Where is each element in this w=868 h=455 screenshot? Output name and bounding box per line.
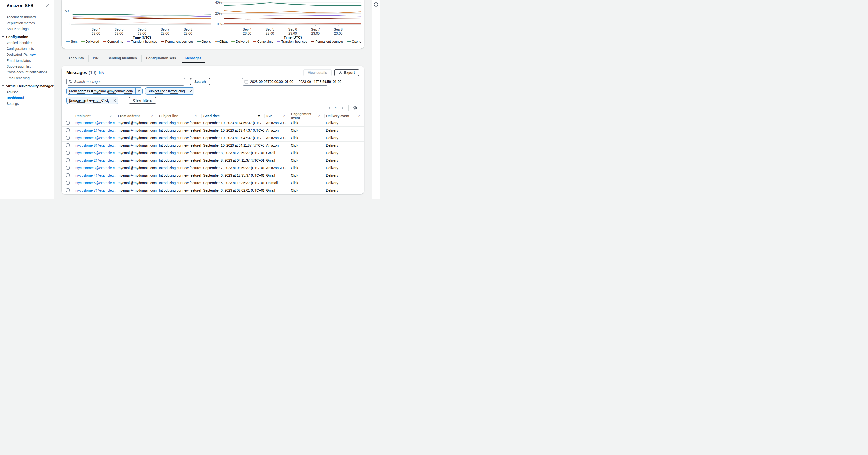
sidebar-item-email-receiving[interactable]: Email receiving [0, 75, 54, 81]
column-header-subject-line[interactable]: Subject line▽ [157, 113, 202, 119]
sidebar-item-settings[interactable]: Settings [0, 101, 54, 107]
recipient-link[interactable]: mycustomer5@example.c... [73, 179, 116, 187]
current-page[interactable]: 1 [333, 106, 339, 110]
row-radio-button[interactable] [66, 181, 70, 185]
row-radio-button[interactable] [66, 188, 70, 192]
legend-item-sent[interactable]: Sent [217, 40, 228, 43]
sidebar-item-advisor[interactable]: Advisor [0, 89, 54, 95]
filter-triangle-icon[interactable]: ▽ [195, 114, 197, 117]
tab-sending-identities[interactable]: Sending identities [103, 54, 142, 63]
row-radio-button[interactable] [66, 121, 70, 125]
sidebar-item-account-dashboard[interactable]: Account dashboard [0, 14, 54, 20]
search-input[interactable] [66, 78, 185, 86]
next-page-button[interactable] [339, 105, 345, 111]
recipient-link[interactable]: mycustomer6@example.c... [73, 149, 116, 156]
legend-item-permanent-bounces[interactable]: Permanent bounces [311, 40, 343, 43]
sidebar-item-dashboard[interactable]: Dashboard [0, 95, 54, 101]
sidebar-item-verified-identities[interactable]: Verified identities [0, 40, 54, 46]
tab-isp[interactable]: ISP [88, 54, 103, 63]
sidebar-item-cross-account-notifications[interactable]: Cross-account notifications [0, 69, 54, 75]
filter-triangle-icon[interactable]: ▽ [110, 114, 112, 117]
row-radio-button[interactable] [66, 136, 70, 140]
panel-title: Amazon SES [6, 3, 33, 8]
filter-triangle-icon[interactable]: ▽ [283, 114, 285, 117]
filter-chip-subject-line: Subject line : Introducing [145, 88, 194, 95]
row-radio-button[interactable] [66, 143, 70, 147]
help-panel-strip [372, 0, 380, 199]
legend-label: Sent [71, 40, 78, 43]
column-header-isp[interactable]: ISP▽ [265, 113, 289, 119]
row-radio-button[interactable] [66, 166, 70, 170]
series-line-clicks [224, 11, 361, 13]
sidebar-item-smtp-settings[interactable]: SMTP settings [0, 26, 54, 32]
sidebar-item-email-templates[interactable]: Email templates [0, 58, 54, 63]
recipient-link[interactable]: mycustomer3@example.c... [73, 164, 116, 172]
filter-triangle-icon[interactable]: ▽ [358, 114, 360, 117]
info-link[interactable]: Info [99, 71, 104, 74]
sidebar-section-virtual-deliverability-manager[interactable]: ▼Virtual Deliverability Manager [0, 84, 54, 88]
tab-accounts[interactable]: Accounts [64, 54, 88, 63]
date-range-value: 2023-09-05T00:00:00+01:00 — 2023-09-11T2… [250, 80, 341, 84]
send-date-cell: September 6, 2023 at 18:35:37 (UTC+01:00… [202, 179, 265, 187]
legend-swatch [103, 41, 106, 42]
legend-item-sent[interactable]: Sent [66, 40, 78, 43]
tab-messages[interactable]: Messages [181, 54, 206, 63]
sidebar-item-label: Verified identities [6, 41, 32, 45]
legend-item-permanent-bounces[interactable]: Permanent bounces [161, 40, 193, 43]
legend-swatch [161, 41, 164, 42]
column-label: ISP [267, 114, 272, 118]
sidebar-item-configuration-sets[interactable]: Configuration sets [0, 46, 54, 52]
recipient-link[interactable]: mycustomer1@example.c... [73, 126, 116, 134]
date-range-picker[interactable]: 2023-09-05T00:00:00+01:00 — 2023-09-11T2… [242, 78, 329, 86]
remove-filter-icon[interactable] [187, 88, 194, 94]
table-row: mycustomer2@example.c...myemail@mydomain… [62, 156, 364, 164]
legend-item-complaints[interactable]: Complaints [103, 40, 123, 43]
column-header-delivery-event[interactable]: Delivery event▽ [324, 113, 364, 119]
row-radio-button[interactable] [66, 151, 70, 155]
sidebar-section-configuration[interactable]: ▼Configuration [0, 35, 54, 39]
row-radio-button[interactable] [66, 128, 70, 132]
info-icon[interactable] [374, 2, 378, 7]
remove-filter-icon[interactable] [111, 97, 118, 104]
search-button[interactable]: Search [190, 78, 211, 85]
tab-configuration-sets[interactable]: Configuration sets [142, 54, 181, 63]
recipient-link[interactable]: mycustomer8@example.c... [73, 142, 116, 149]
column-label: Engagement event [291, 112, 318, 120]
previous-page-button[interactable] [327, 105, 333, 111]
row-radio-button[interactable] [66, 173, 70, 177]
legend-item-transient-bounces[interactable]: Transient bounces [277, 40, 307, 43]
legend-item-delivered[interactable]: Delivered [81, 40, 99, 43]
row-radio-button[interactable] [66, 158, 70, 162]
series-line-transient-bounces [73, 16, 211, 17]
recipient-link[interactable]: mycustomer9@example.c... [73, 119, 116, 126]
recipient-link[interactable]: mycustomer4@example.c... [73, 172, 116, 179]
close-icon[interactable] [45, 3, 50, 8]
column-header-from-address[interactable]: From address▽ [116, 113, 157, 119]
column-header-send-date[interactable]: Send date▼ [202, 113, 265, 119]
sidebar-item-suppression-list[interactable]: Suppression list [0, 63, 54, 69]
legend-item-transient-bounces[interactable]: Transient bounces [127, 40, 157, 43]
filter-triangle-icon[interactable]: ▽ [151, 114, 153, 117]
legend-label: Sent [221, 40, 228, 43]
remove-filter-icon[interactable] [135, 88, 143, 94]
legend-item-complaints[interactable]: Complaints [253, 40, 273, 43]
legend-item-delivered[interactable]: Delivered [231, 40, 249, 43]
column-header-recipient[interactable]: Recipient▽ [73, 113, 116, 119]
export-button[interactable]: Export [334, 69, 360, 76]
filter-triangle-icon[interactable]: ▽ [318, 114, 320, 117]
legend-item-opens[interactable]: Opens [347, 40, 361, 43]
sidebar-item-dedicated-ips[interactable]: Dedicated IPsNew [0, 52, 54, 58]
recipient-link[interactable]: mycustomer7@example.c... [73, 187, 116, 194]
sidebar-item-reputation-metrics[interactable]: Reputation metrics [0, 20, 54, 26]
filter-chips-row-1: From address = myemail@mydomain.comSubje… [66, 88, 360, 95]
clear-filters-button[interactable]: Clear filters [129, 97, 156, 104]
sort-descending-icon[interactable]: ▼ [258, 114, 260, 117]
legend-item-opens[interactable]: Opens [197, 40, 211, 43]
column-header-engagement-event[interactable]: Engagement event▽ [289, 113, 324, 119]
view-details-button[interactable]: View details [303, 69, 332, 76]
send-date-cell: September 8, 2023 at 04:11:37 (UTC+01:00… [202, 156, 265, 164]
recipient-link[interactable]: mycustomer0@example.c... [73, 134, 116, 142]
gear-icon[interactable] [351, 105, 359, 111]
recipient-link[interactable]: mycustomer2@example.c... [73, 156, 116, 164]
metrics-charts-card: SentDeliveredComplaintsTransient bounces… [62, 0, 364, 49]
